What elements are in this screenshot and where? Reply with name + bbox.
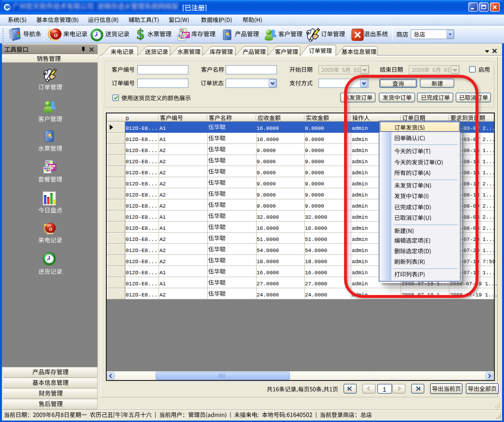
svg-text:$: $ [137,28,144,41]
